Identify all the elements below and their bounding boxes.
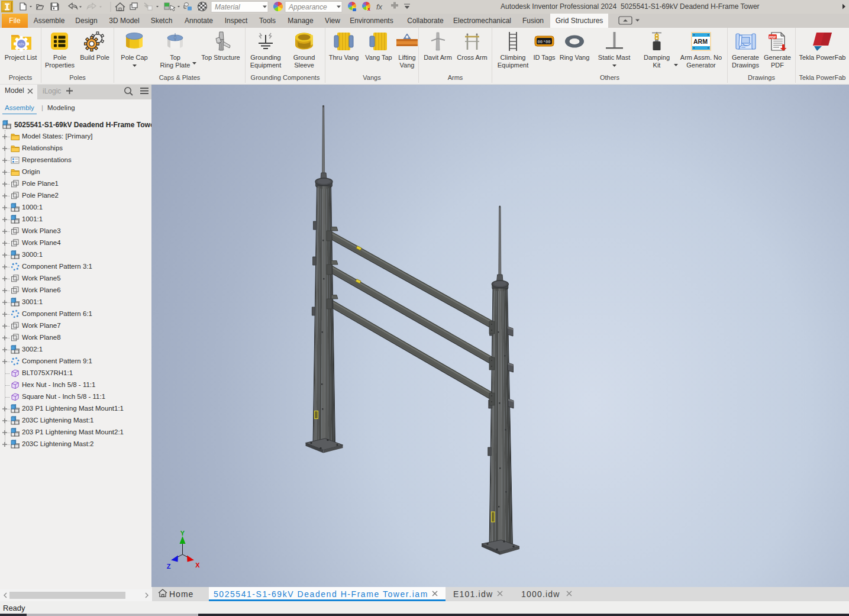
svg-text:iLogic: iLogic xyxy=(43,87,61,95)
svg-text:Material: Material xyxy=(215,3,240,11)
svg-text:ARM: ARM xyxy=(693,38,708,45)
svg-text:Z: Z xyxy=(167,563,171,570)
svg-text:PDF: PDF xyxy=(769,36,776,39)
svg-text:00: 00 xyxy=(545,40,550,44)
svg-text:</>: </> xyxy=(18,42,24,46)
svg-text:00: 00 xyxy=(538,40,543,44)
svg-text:Home: Home xyxy=(169,589,193,599)
svg-text:E101.idw: E101.idw xyxy=(453,589,493,599)
svg-text:5025541-S1-69kV Deadend H-Fram: 5025541-S1-69kV Deadend H-Frame Tower xyxy=(621,2,760,11)
svg-text:Y: Y xyxy=(180,530,185,537)
svg-text:5025541-S1-69kV Deadend H-Fram: 5025541-S1-69kV Deadend H-Frame Tower.ia… xyxy=(214,589,428,599)
svg-text:Appearance: Appearance xyxy=(288,3,327,11)
svg-text:x: x xyxy=(367,6,370,12)
svg-text:X: X xyxy=(195,562,200,569)
svg-text:fx: fx xyxy=(376,2,383,11)
svg-text:Autodesk Inventor Professional: Autodesk Inventor Professional 2024 xyxy=(501,2,616,11)
svg-text:1000.idw: 1000.idw xyxy=(521,589,560,599)
